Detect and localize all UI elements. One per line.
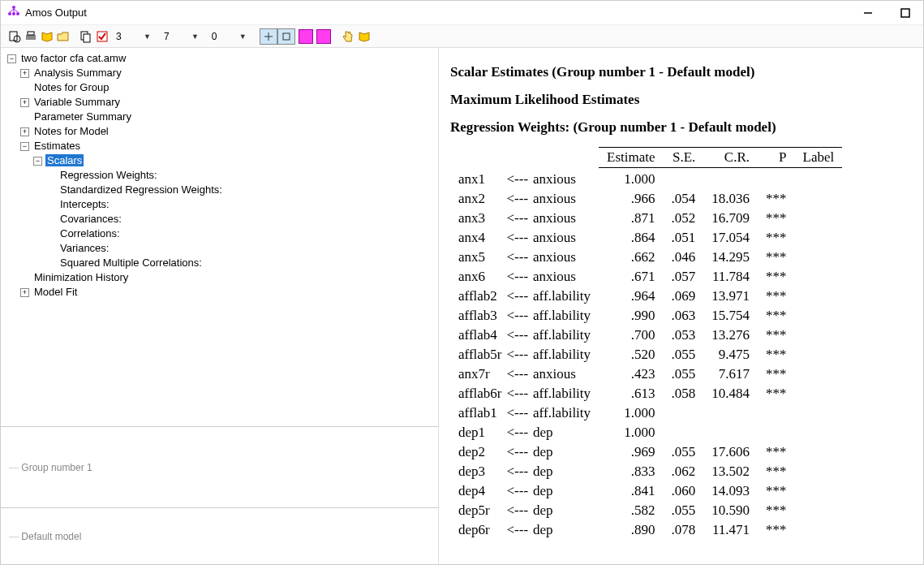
toolbar-combo-3[interactable]: 0▼ [208,31,248,42]
tree-item-covariances[interactable]: Covariances: [46,212,438,226]
cell-estimate: .890 [599,520,663,540]
cell-factor: aff.lability [531,403,599,423]
cell-p: *** [758,345,795,364]
cell-label [795,462,843,481]
svg-rect-14 [84,34,90,42]
cell-arrow: <--- [504,267,532,287]
hand-icon[interactable] [341,29,355,44]
maximize-button[interactable] [894,4,917,22]
cell-factor: dep [531,481,599,501]
copy-icon[interactable] [79,29,93,44]
cell-factor: anxious [531,267,599,287]
cell-estimate: .582 [599,501,663,520]
cell-p: *** [758,364,795,384]
cell-estimate: .864 [599,228,663,248]
tree-item-notes-model[interactable]: +Notes for Model [20,124,438,139]
cell-p: *** [758,384,795,403]
cell-estimate: .969 [599,442,663,462]
expand-icon[interactable]: + [20,98,29,107]
table-row: dep2<---dep.969.05517.606*** [450,442,842,462]
collapse-icon[interactable]: − [7,54,16,63]
table-row: afflab4<---aff.lability.700.05313.276*** [450,326,842,345]
cell-label [795,306,843,326]
heading-scalar-estimates: Scalar Estimates (Group number 1 - Defau… [450,64,909,80]
print-preview-icon[interactable] [7,29,22,44]
view-mode-1[interactable] [260,28,277,45]
tree-item-variances[interactable]: Variances: [46,241,438,256]
cell-se: .051 [664,228,704,248]
group-pane[interactable]: — Group number 1 [1,426,438,507]
table-row: dep1<---dep1.000 [450,423,842,442]
cell-arrow: <--- [504,442,532,462]
tree-item-min-history[interactable]: Minimization History [20,270,438,285]
window-title: Amos Output [25,6,87,19]
cell-label [795,481,843,501]
expand-icon[interactable]: + [20,288,29,297]
tree-item-intercepts[interactable]: Intercepts: [46,197,438,212]
svg-line-4 [10,9,14,12]
toolbar-combo-2[interactable]: 7▼ [161,31,200,42]
view-mode-2[interactable] [277,28,295,45]
cell-cr [703,423,758,442]
body: −two factor cfa cat.amw +Analysis Summar… [1,48,923,564]
cell-estimate: .990 [599,306,663,326]
tree-item-std-reg-weights[interactable]: Standardized Regression Weights: [46,183,438,197]
cell-se: .046 [664,248,704,267]
tree-item-analysis-summary[interactable]: +Analysis Summary [20,66,438,80]
cell-arrow: <--- [504,189,532,209]
cell-cr: 11.784 [703,267,758,287]
cell-arrow: <--- [504,168,532,190]
tree-item-smc[interactable]: Squared Multiple Correlations: [46,256,438,270]
table-row: anx3<---anxious.871.05216.709*** [450,209,842,228]
collapse-icon[interactable]: − [20,142,29,151]
cell-factor: aff.lability [531,345,599,364]
cell-p [758,403,795,423]
cell-variable: anx3 [450,209,504,228]
tree-root[interactable]: −two factor cfa cat.amw +Analysis Summar… [7,51,438,300]
expand-icon[interactable]: + [20,127,29,136]
model-pane[interactable]: — Default model [1,507,438,564]
cell-variable: anx5 [450,248,504,267]
tree-item-correlations[interactable]: Correlations: [46,226,438,241]
cell-arrow: <--- [504,384,532,403]
col-estimate: Estimate [599,148,663,168]
tree-item-parameter-summary[interactable]: Parameter Summary [20,110,438,124]
cell-variable: dep4 [450,481,504,501]
cell-se: .055 [664,364,704,384]
content-pane[interactable]: Scalar Estimates (Group number 1 - Defau… [439,48,923,564]
options-icon[interactable] [95,29,110,44]
table-row: anx5<---anxious.662.04614.295*** [450,248,842,267]
color-picker-2[interactable] [316,29,331,44]
table-header-row: Estimate S.E. C.R. P Label [450,148,842,168]
print-icon[interactable] [24,29,38,44]
expand-icon[interactable]: + [20,69,29,78]
tree-item-estimates[interactable]: −Estimates −Scalars Regression Weights: … [20,139,438,270]
cell-label [795,403,843,423]
book-icon[interactable] [40,29,54,44]
tree-item-variable-summary[interactable]: +Variable Summary [20,95,438,110]
color-picker-1[interactable] [299,29,313,44]
table-row: afflab5r<---aff.lability.520.0559.475*** [450,345,842,364]
minimize-button[interactable] [857,4,879,22]
cell-factor: aff.lability [531,306,599,326]
collapse-icon[interactable]: − [33,157,42,166]
cell-variable: afflab3 [450,306,504,326]
table-row: dep4<---dep.841.06014.093*** [450,481,842,501]
book2-icon[interactable] [357,29,372,44]
tree-item-model-fit[interactable]: +Model Fit [20,285,438,300]
tree-pane[interactable]: −two factor cfa cat.amw +Analysis Summar… [1,48,438,426]
cell-arrow: <--- [504,326,532,345]
svg-rect-11 [26,35,36,40]
tree-item-reg-weights[interactable]: Regression Weights: [46,168,438,183]
cell-cr: 9.475 [703,345,758,364]
cell-estimate: .671 [599,267,663,287]
cell-se: .063 [664,306,704,326]
cell-variable: afflab1 [450,403,504,423]
cell-estimate: .871 [599,209,663,228]
tree-item-scalars[interactable]: −Scalars Regression Weights: Standardize… [33,153,438,270]
open-icon[interactable] [56,29,71,44]
cell-cr: 10.484 [703,384,758,403]
cell-se: .055 [664,501,704,520]
toolbar-combo-1[interactable]: 3▼ [113,31,153,42]
tree-item-notes-group[interactable]: Notes for Group [20,80,438,95]
